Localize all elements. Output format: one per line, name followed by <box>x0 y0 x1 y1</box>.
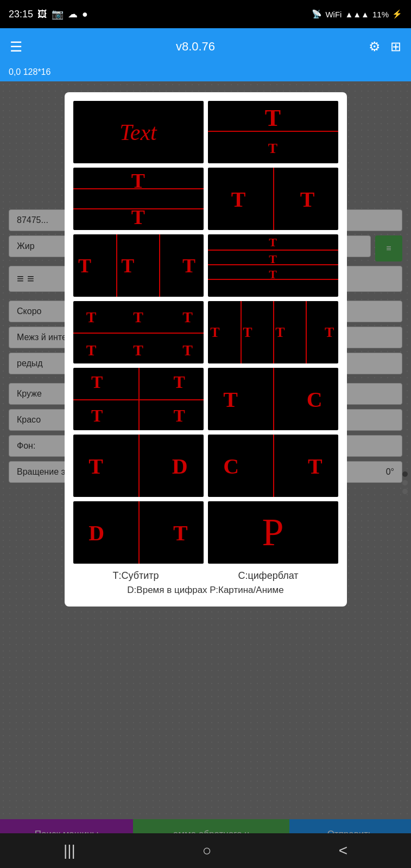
t2x2-3: T <box>91 406 103 426</box>
t2: T <box>121 254 134 277</box>
t-top-2: T <box>131 169 145 193</box>
mode-t-three-v[interactable]: T T T <box>208 234 338 297</box>
settings-icon[interactable]: ⚙ <box>369 39 381 54</box>
t2x2-4: T <box>174 406 185 426</box>
mode-dt[interactable]: D T <box>73 501 204 564</box>
modes-grid: Text T T T T T <box>73 101 338 564</box>
vl3 <box>306 301 307 363</box>
vl-ct <box>273 435 274 497</box>
text-label: Text <box>119 119 156 145</box>
hline-g <box>73 333 204 334</box>
tg3: T <box>182 309 193 326</box>
tf1: T <box>210 324 219 341</box>
mode-selection-modal: Text T T T T T <box>65 92 347 607</box>
vl-dt <box>138 501 140 564</box>
t-bottom-small: T <box>268 141 277 157</box>
d-td: D <box>172 453 188 478</box>
t2x2-2: T <box>174 372 185 392</box>
camera-icon: 📷 <box>52 8 64 20</box>
background-content: 87475... Жир ≡ ≡ ≡ Скоро Межз й инте ред… <box>0 81 411 868</box>
v-line-2 <box>116 234 117 297</box>
t-td: T <box>88 453 103 478</box>
time: 23:15 <box>9 9 33 20</box>
tg1: T <box>86 309 97 326</box>
grid-icon[interactable]: ⊞ <box>390 39 401 54</box>
bottom-nav: ||| ○ < <box>0 833 411 868</box>
tg2: T <box>133 309 143 326</box>
menu-icon[interactable]: ☰ <box>10 39 22 55</box>
tv1: T <box>269 235 277 250</box>
mode-t-grid[interactable]: T T T T T T <box>73 301 204 363</box>
t2x2-1: T <box>91 372 103 392</box>
cast-icon: 📡 <box>312 9 322 19</box>
vl2 <box>273 301 274 363</box>
p-letter: Р <box>262 510 283 555</box>
tv2: T <box>269 252 277 266</box>
mode-ct[interactable]: C T <box>208 435 338 497</box>
t-top-letter: T <box>265 106 281 130</box>
app-bar: ☰ v8.0.76 ⚙ ⊞ <box>0 28 411 65</box>
mode-t-four[interactable]: T T T T <box>208 301 338 363</box>
coordinates-label: 0,0 128*16 <box>9 67 50 76</box>
c-ct: C <box>223 453 239 478</box>
mode-t-2x2[interactable]: T T T T <box>73 368 204 430</box>
c-tc: C <box>307 386 323 412</box>
mode-td[interactable]: T D <box>73 435 204 497</box>
modal-desc: D:Время в цифрах Р:Картина/Аниме <box>73 585 338 596</box>
signal-icon: ▲▲▲ <box>345 10 369 19</box>
t-bottom-2: T <box>131 205 145 229</box>
d-dt: D <box>88 520 104 545</box>
tg5: T <box>133 342 143 359</box>
vl2x2 <box>138 368 140 430</box>
mode-t-over-t[interactable]: T T <box>73 168 204 230</box>
charge-icon: ⚡ <box>392 9 402 19</box>
v-line-1 <box>273 168 274 230</box>
tf4: T <box>325 324 334 341</box>
tg4: T <box>86 342 97 359</box>
status-left: 23:15 🖼 📷 ☁ ● <box>9 8 88 20</box>
gallery-icon: 🖼 <box>37 9 47 20</box>
t-label: Т:Субтитр <box>112 570 159 582</box>
status-right: 📡 WiFi ▲▲▲ 11% ⚡ <box>312 9 402 19</box>
t-tc: T <box>223 386 238 412</box>
vl1 <box>241 301 242 363</box>
vl-tc <box>273 368 274 430</box>
h-line-1 <box>208 131 338 132</box>
t1: T <box>78 254 91 277</box>
back-icon[interactable]: < <box>339 842 347 859</box>
tg6: T <box>182 342 193 359</box>
tf3: T <box>275 324 284 341</box>
modal-labels: Т:Субтитр С:циферблат <box>73 570 338 582</box>
wifi-icon: WiFi <box>325 10 342 19</box>
mode-text[interactable]: Text <box>73 101 204 163</box>
dot-icon: ● <box>82 9 88 20</box>
c-label: С:циферблат <box>238 570 298 582</box>
status-bar: 23:15 🖼 📷 ☁ ● 📡 WiFi ▲▲▲ 11% ⚡ <box>0 0 411 28</box>
mode-t-side[interactable]: T T <box>208 168 338 230</box>
mode-p[interactable]: Р <box>208 501 338 564</box>
t-dt: T <box>173 520 188 545</box>
tv3: T <box>269 267 277 282</box>
recent-apps-icon[interactable]: ||| <box>64 842 75 859</box>
t3: T <box>182 254 195 277</box>
app-title: v8.0.76 <box>176 40 215 54</box>
t-left: T <box>231 186 246 212</box>
mode-t-three-h[interactable]: T T T <box>73 234 204 297</box>
mode-tc[interactable]: T C <box>208 368 338 430</box>
cloud-icon: ☁ <box>68 8 78 20</box>
home-icon[interactable]: ○ <box>203 842 212 859</box>
t-right: T <box>300 186 315 212</box>
battery: 11% <box>372 10 389 19</box>
t-ct: T <box>308 453 323 478</box>
mode-t-top[interactable]: T T <box>208 101 338 163</box>
hline-v1 <box>208 250 338 251</box>
modal-overlay: Text T T T T T <box>0 81 411 868</box>
subtitle-bar: 0,0 128*16 <box>0 65 411 81</box>
app-bar-actions: ⚙ ⊞ <box>369 39 401 54</box>
v-line-3 <box>159 234 160 297</box>
vl-td <box>138 435 140 497</box>
tf2: T <box>243 324 252 341</box>
